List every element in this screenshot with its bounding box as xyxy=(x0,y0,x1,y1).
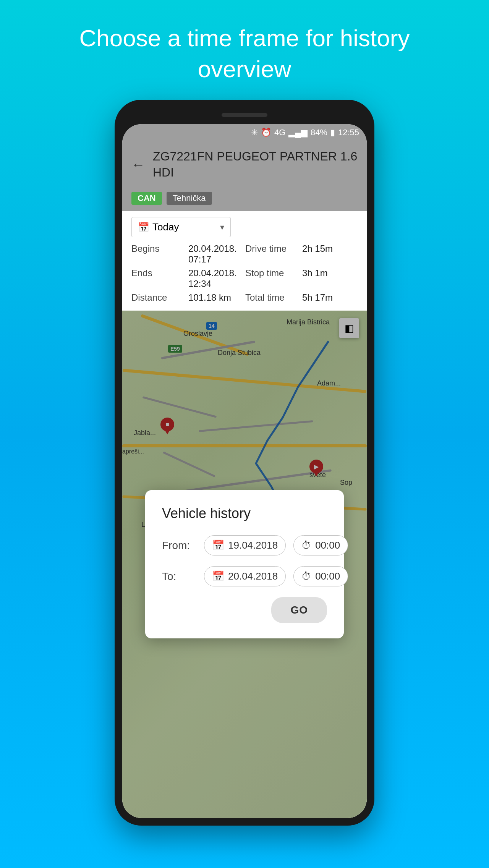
drive-time-label: Drive time xyxy=(245,243,301,265)
app-content: 📅 Today ▾ Begins 20.04.2018. 07:17 Drive… xyxy=(122,211,367,311)
from-clock-icon: ⏱ xyxy=(301,539,311,551)
tag-tehnicka: Tehnička xyxy=(167,192,212,205)
to-time-picker[interactable]: ⏱ 00:00 xyxy=(293,566,348,586)
back-button[interactable]: ← xyxy=(131,157,145,173)
battery-icon: ▮ xyxy=(330,128,335,138)
phone-speaker xyxy=(222,113,267,117)
time-period-dropdown[interactable]: 📅 Today ▾ xyxy=(131,217,231,237)
dropdown-selected-value: Today xyxy=(152,221,179,233)
map-area: 14 E59 E70 E65 Oroslavje Donja Stubica M… xyxy=(122,311,367,818)
to-time-value: 00:00 xyxy=(315,570,340,582)
distance-label: Distance xyxy=(131,292,187,303)
network-icon: 4G xyxy=(274,128,285,138)
from-date-value: 19.04.2018 xyxy=(228,539,278,551)
stop-time-label: Stop time xyxy=(245,268,301,289)
vehicle-history-dialog: Vehicle history From: 📅 19.04.2018 ⏱ 00:… xyxy=(145,490,344,638)
from-date-picker[interactable]: 📅 19.04.2018 xyxy=(204,535,286,555)
total-time-label: Total time xyxy=(245,292,301,303)
to-label: To: xyxy=(162,570,196,583)
page-headline: Choose a time frame for history overview xyxy=(0,0,489,100)
total-time-value: 5h 17m xyxy=(302,292,358,303)
modal-title: Vehicle history xyxy=(162,505,327,521)
battery-pct: 84% xyxy=(311,128,327,138)
stats-table: Begins 20.04.2018. 07:17 Drive time 2h 1… xyxy=(131,243,358,303)
tag-can: CAN xyxy=(131,192,162,205)
from-time-value: 00:00 xyxy=(315,539,340,551)
bluetooth-icon: ✳ xyxy=(251,128,258,138)
phone-screen: ✳ ⏰ 4G ▂▄▆ 84% ▮ 12:55 ← ZG7221FN PEUGEO… xyxy=(122,124,367,818)
signal-icon: ▂▄▆ xyxy=(288,128,308,138)
tag-row: CAN Tehnička xyxy=(122,188,367,211)
map-background: 14 E59 E70 E65 Oroslavje Donja Stubica M… xyxy=(122,311,367,818)
clock-status: 12:55 xyxy=(338,128,359,138)
distance-value: 101.18 km xyxy=(188,292,244,303)
to-date-picker[interactable]: 📅 20.04.2018 xyxy=(204,566,286,586)
from-time-picker[interactable]: ⏱ 00:00 xyxy=(293,535,348,555)
from-calendar-icon: 📅 xyxy=(212,539,224,551)
drive-time-value: 2h 15m xyxy=(302,243,358,265)
calendar-icon: 📅 xyxy=(138,222,149,233)
from-label: From: xyxy=(162,539,196,552)
to-clock-icon: ⏱ xyxy=(301,570,311,582)
from-row: From: 📅 19.04.2018 ⏱ 00:00 xyxy=(162,535,327,555)
vehicle-title: ZG7221FN PEUGEOT PARTNER 1.6 HDI xyxy=(153,149,358,180)
app-header: ← ZG7221FN PEUGEOT PARTNER 1.6 HDI xyxy=(122,141,367,188)
go-button[interactable]: GO xyxy=(271,597,327,623)
begins-value: 20.04.2018. 07:17 xyxy=(188,243,244,265)
stop-time-value: 3h 1m xyxy=(302,268,358,289)
ends-value: 20.04.2018. 12:34 xyxy=(188,268,244,289)
phone-shell: ✳ ⏰ 4G ▂▄▆ 84% ▮ 12:55 ← ZG7221FN PEUGEO… xyxy=(115,100,374,826)
dropdown-row: 📅 Today ▾ xyxy=(131,217,358,237)
status-icons: ✳ ⏰ 4G ▂▄▆ 84% ▮ 12:55 xyxy=(251,128,359,138)
to-calendar-icon: 📅 xyxy=(212,570,224,582)
go-row: GO xyxy=(162,597,327,623)
alarm-icon: ⏰ xyxy=(261,128,271,138)
begins-label: Begins xyxy=(131,243,187,265)
status-bar: ✳ ⏰ 4G ▂▄▆ 84% ▮ 12:55 xyxy=(122,124,367,141)
to-row: To: 📅 20.04.2018 ⏱ 00:00 xyxy=(162,566,327,586)
modal-overlay: Vehicle history From: 📅 19.04.2018 ⏱ 00:… xyxy=(122,311,367,818)
chevron-down-icon: ▾ xyxy=(220,222,224,232)
to-date-value: 20.04.2018 xyxy=(228,570,278,582)
ends-label: Ends xyxy=(131,268,187,289)
phone-top-bar xyxy=(122,107,367,123)
